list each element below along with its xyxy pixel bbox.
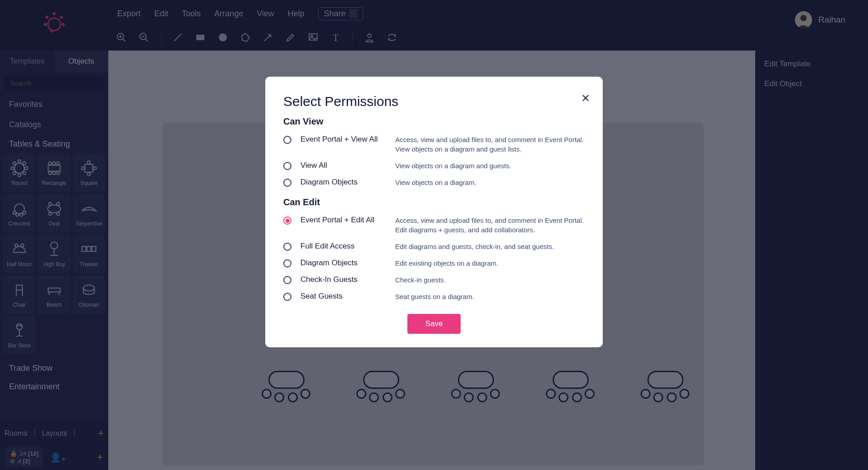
- permission-option[interactable]: Event Portal + Edit AllAccess, view and …: [283, 212, 585, 238]
- radio-button[interactable]: [283, 293, 291, 301]
- permission-option[interactable]: Check-In GuestsCheck-in guests.: [283, 272, 585, 288]
- permission-label: Seat Guests: [300, 292, 386, 301]
- permission-label: Event Portal + Edit All: [300, 216, 386, 225]
- radio-button[interactable]: [283, 259, 291, 267]
- permission-description: Access, view and upload files to, and co…: [395, 135, 585, 154]
- permission-description: Access, view and upload files to, and co…: [395, 216, 585, 235]
- save-button[interactable]: Save: [407, 314, 461, 334]
- radio-button[interactable]: [283, 243, 291, 251]
- permission-option[interactable]: Full Edit AccessEdit diagrams and guests…: [283, 238, 585, 255]
- permission-option[interactable]: Diagram ObjectsView objects on a diagram…: [283, 174, 585, 191]
- permission-option[interactable]: Event Portal + View AllAccess, view and …: [283, 131, 585, 157]
- radio-button[interactable]: [283, 136, 291, 144]
- permission-description: View objects on a diagram and guests.: [395, 161, 585, 170]
- permission-label: Event Portal + View All: [300, 135, 386, 144]
- permission-label: View All: [300, 161, 386, 170]
- permission-label: Full Edit Access: [300, 242, 386, 251]
- permissions-modal: ✕ Select Permissions Can ViewEvent Porta…: [265, 77, 603, 347]
- permission-option[interactable]: Seat GuestsSeat guests on a diagram.: [283, 288, 585, 305]
- permission-label: Diagram Objects: [300, 178, 386, 187]
- modal-overlay: ✕ Select Permissions Can ViewEvent Porta…: [0, 0, 868, 470]
- radio-button[interactable]: [283, 217, 291, 225]
- permission-description: Edit existing objects on a diagram.: [395, 258, 585, 268]
- permissions-heading: Can View: [283, 116, 585, 127]
- permission-description: Edit diagrams and guests, check-in, and …: [395, 242, 585, 251]
- permission-description: Check-in guests.: [395, 275, 585, 285]
- permissions-heading: Can Edit: [283, 197, 585, 207]
- permission-option[interactable]: Diagram ObjectsEdit existing objects on …: [283, 255, 585, 272]
- modal-title: Select Permissions: [283, 94, 585, 109]
- radio-button[interactable]: [283, 276, 291, 284]
- radio-button[interactable]: [283, 179, 291, 187]
- permission-label: Check-In Guests: [300, 275, 386, 284]
- radio-button[interactable]: [283, 162, 291, 170]
- permission-description: View objects on a diagram.: [395, 178, 585, 187]
- permission-description: Seat guests on a diagram.: [395, 292, 585, 301]
- permission-option[interactable]: View AllView objects on a diagram and gu…: [283, 157, 585, 174]
- permission-label: Diagram Objects: [300, 258, 386, 267]
- close-icon[interactable]: ✕: [581, 92, 590, 105]
